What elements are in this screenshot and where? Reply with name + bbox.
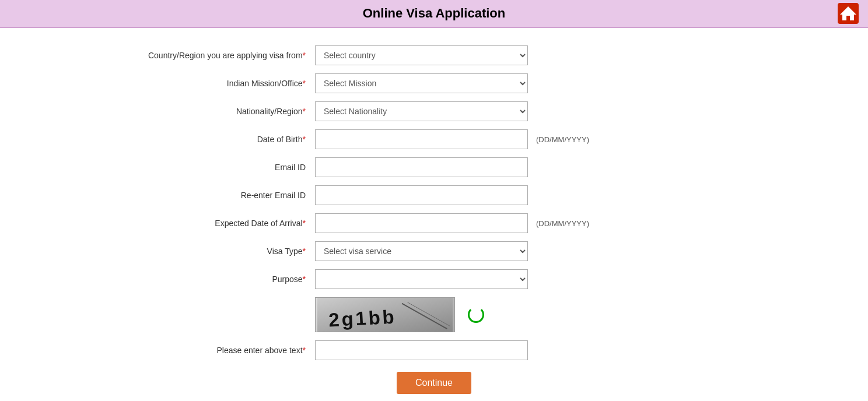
country-required: * bbox=[303, 51, 306, 60]
mission-required: * bbox=[303, 79, 306, 88]
continue-button[interactable]: Continue bbox=[397, 372, 471, 394]
main-content: Country/Region you are applying visa fro… bbox=[0, 28, 868, 401]
email-row: Email ID bbox=[93, 157, 775, 177]
mission-label: Indian Mission/Office* bbox=[93, 78, 315, 89]
arrival-hint: (DD/MM/YYYY) bbox=[536, 219, 589, 228]
re-email-row: Re-enter Email ID bbox=[93, 185, 775, 205]
home-icon[interactable] bbox=[838, 3, 859, 24]
arrival-required: * bbox=[303, 219, 306, 228]
dob-input[interactable] bbox=[315, 129, 528, 149]
dob-hint: (DD/MM/YYYY) bbox=[536, 135, 589, 144]
re-email-input[interactable] bbox=[315, 185, 528, 205]
country-row: Country/Region you are applying visa fro… bbox=[93, 45, 775, 65]
mission-row: Indian Mission/Office* Select Mission bbox=[93, 73, 775, 93]
captcha-required: * bbox=[303, 346, 306, 355]
country-select[interactable]: Select country bbox=[315, 45, 528, 65]
header: Online Visa Application bbox=[0, 0, 868, 28]
purpose-label: Purpose* bbox=[93, 274, 315, 284]
purpose-select[interactable] bbox=[315, 269, 528, 289]
nationality-row: Nationality/Region* Select Nationality bbox=[93, 101, 775, 121]
visa-type-required: * bbox=[303, 247, 306, 256]
nationality-select[interactable]: Select Nationality bbox=[315, 101, 528, 121]
country-label: Country/Region you are applying visa fro… bbox=[93, 50, 315, 61]
nationality-label: Nationality/Region* bbox=[93, 106, 315, 117]
nationality-required: * bbox=[303, 107, 306, 116]
dob-row: Date of Birth* (DD/MM/YYYY) bbox=[93, 129, 775, 149]
arrival-row: Expected Date of Arrival* (DD/MM/YYYY) bbox=[93, 213, 775, 233]
re-email-label: Re-enter Email ID bbox=[93, 190, 315, 200]
header-title: Online Visa Application bbox=[363, 6, 506, 21]
captcha-input-label: Please enter above text* bbox=[93, 345, 315, 356]
svg-text:2g1bb: 2g1bb bbox=[328, 305, 397, 330]
captcha-input[interactable] bbox=[315, 340, 528, 360]
captcha-image: 2g1bb bbox=[315, 297, 455, 332]
email-label: Email ID bbox=[93, 162, 315, 173]
captcha-input-row: Please enter above text* bbox=[93, 340, 775, 360]
dob-required: * bbox=[303, 135, 306, 144]
arrival-input[interactable] bbox=[315, 213, 528, 233]
purpose-row: Purpose* bbox=[93, 269, 775, 289]
dob-label: Date of Birth* bbox=[93, 134, 315, 145]
continue-row: Continue bbox=[93, 372, 775, 394]
captcha-image-row: 2g1bb bbox=[93, 297, 775, 332]
visa-type-row: Visa Type* Select visa service bbox=[93, 241, 775, 261]
arrival-label: Expected Date of Arrival* bbox=[93, 218, 315, 228]
refresh-captcha-button[interactable] bbox=[467, 305, 485, 324]
visa-type-select[interactable]: Select visa service bbox=[315, 241, 528, 261]
page-wrapper: Online Visa Application Country/Region y… bbox=[0, 0, 868, 401]
purpose-required: * bbox=[303, 275, 306, 284]
visa-type-label: Visa Type* bbox=[93, 246, 315, 256]
mission-select[interactable]: Select Mission bbox=[315, 73, 528, 93]
email-input[interactable] bbox=[315, 157, 528, 177]
